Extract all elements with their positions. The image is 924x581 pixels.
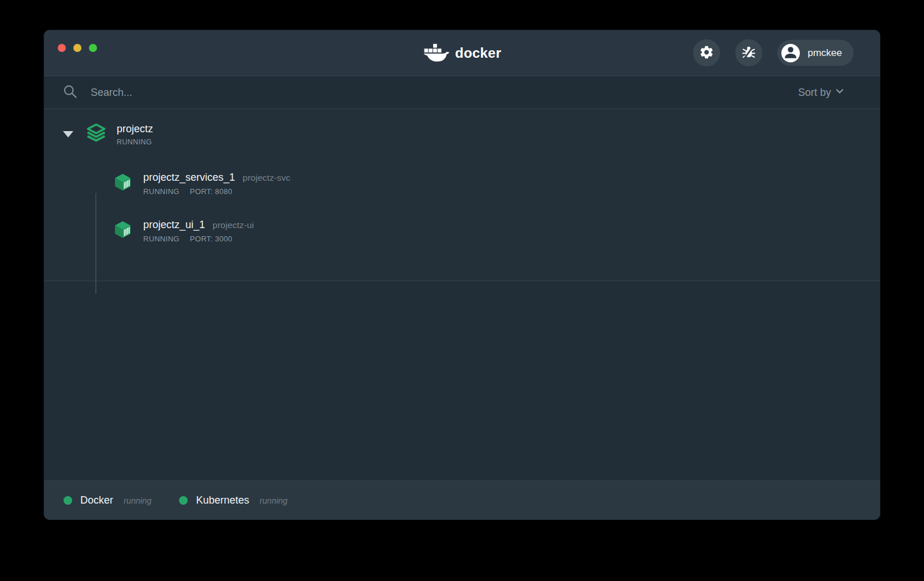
project-status: RUNNING [117, 138, 153, 146]
container-box-icon [113, 219, 133, 243]
search-icon [62, 84, 78, 102]
container-info: projectz_ui_1 projectz-ui RUNNING PORT: … [143, 219, 254, 243]
search-input[interactable] [91, 87, 798, 99]
chevron-down-icon [835, 87, 844, 99]
brand-name: docker [455, 45, 501, 61]
container-image: projectz-ui [213, 220, 254, 230]
status-dot-icon [64, 496, 72, 505]
container-name: projectz_services_1 [143, 172, 235, 184]
container-box-icon [113, 172, 133, 196]
container-port: PORT: 3000 [190, 234, 233, 243]
status-label: Kubernetes [196, 494, 249, 506]
gear-icon [699, 44, 714, 62]
username: pmckee [807, 47, 842, 59]
container-name: projectz_ui_1 [143, 219, 205, 231]
content-area [44, 281, 880, 481]
kubernetes-status: Kubernetes running [179, 494, 287, 506]
window-controls [58, 44, 97, 52]
title-bar: docker [44, 30, 880, 76]
bug-icon [741, 44, 757, 62]
container-group: projectz_services_1 projectz-svc RUNNING… [113, 172, 880, 243]
status-dot-icon [179, 496, 188, 505]
container-row[interactable]: projectz_services_1 projectz-svc RUNNING… [113, 172, 880, 196]
sort-by-dropdown[interactable]: Sort by [798, 87, 844, 99]
status-state: running [259, 496, 287, 505]
project-row[interactable]: projectz RUNNING [44, 109, 880, 146]
header-controls: pmckee [693, 39, 854, 66]
project-meta: projectz RUNNING [117, 123, 153, 146]
search-bar: Sort by [44, 76, 880, 109]
container-info: projectz_services_1 projectz-svc RUNNING… [143, 172, 290, 196]
caret-down-icon[interactable] [63, 131, 73, 137]
status-bar: Docker running Kubernetes running [44, 481, 880, 520]
docker-status: Docker running [64, 494, 151, 506]
container-port: PORT: 8080 [190, 187, 233, 196]
bug-report-button[interactable] [735, 39, 762, 66]
docker-desktop-window: docker [44, 30, 880, 520]
container-status: RUNNING [143, 187, 180, 196]
user-icon [781, 43, 800, 63]
docker-whale-icon [423, 43, 450, 63]
tree-connector-line [95, 193, 96, 294]
docker-logo: docker [423, 43, 501, 63]
container-row[interactable]: projectz_ui_1 projectz-ui RUNNING PORT: … [113, 219, 880, 243]
project-list: projectz RUNNING [44, 109, 880, 281]
container-image: projectz-svc [243, 173, 290, 183]
container-status: RUNNING [143, 234, 180, 243]
settings-button[interactable] [693, 39, 720, 66]
sort-by-label: Sort by [798, 87, 831, 99]
project-name: projectz [117, 123, 153, 135]
minimize-button[interactable] [73, 44, 81, 52]
status-label: Docker [80, 494, 113, 506]
layers-stack-icon [85, 122, 107, 146]
close-button[interactable] [58, 44, 66, 52]
avatar [781, 44, 800, 62]
zoom-button[interactable] [89, 44, 97, 52]
account-button[interactable]: pmckee [777, 40, 854, 66]
status-state: running [124, 496, 151, 505]
